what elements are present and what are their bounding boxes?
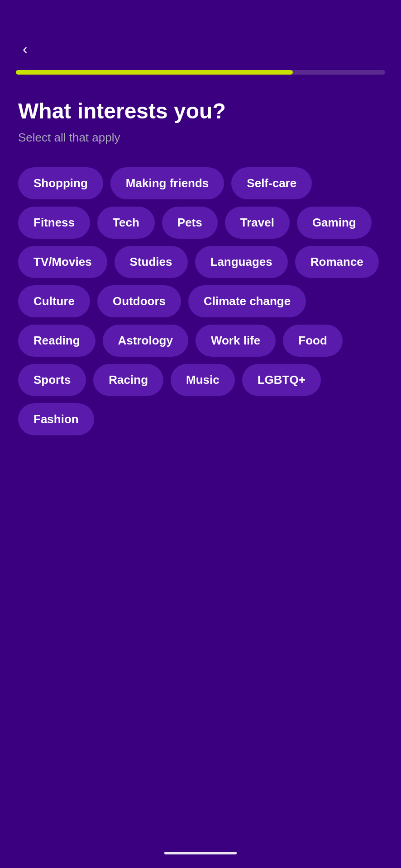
- tag-studies[interactable]: Studies: [115, 246, 188, 278]
- tag-reading[interactable]: Reading: [18, 325, 95, 357]
- tag-food[interactable]: Food: [283, 325, 343, 357]
- back-button[interactable]: ‹: [18, 36, 32, 62]
- tag-fitness[interactable]: Fitness: [18, 207, 90, 239]
- tag-fashion[interactable]: Fashion: [18, 403, 94, 435]
- tag-climate-change[interactable]: Climate change: [188, 285, 306, 317]
- tag-outdoors[interactable]: Outdoors: [97, 285, 181, 317]
- progress-bar-fill: [16, 70, 293, 75]
- tag-work-life[interactable]: Work life: [196, 325, 276, 357]
- tag-racing[interactable]: Racing: [93, 364, 163, 396]
- tags-container: ShoppingMaking friendsSelf-careFitnessTe…: [18, 167, 383, 435]
- tag-lgbtq[interactable]: LGBTQ+: [242, 364, 321, 396]
- tag-romance[interactable]: Romance: [295, 246, 379, 278]
- main-content: What interests you? Select all that appl…: [18, 99, 383, 435]
- tag-shopping[interactable]: Shopping: [18, 167, 103, 199]
- tag-gaming[interactable]: Gaming: [297, 207, 372, 239]
- page-subtitle: Select all that apply: [18, 131, 383, 145]
- tag-music[interactable]: Music: [171, 364, 235, 396]
- tag-self-care[interactable]: Self-care: [231, 167, 312, 199]
- home-indicator: [164, 852, 237, 854]
- tag-pets[interactable]: Pets: [162, 207, 218, 239]
- tag-astrology[interactable]: Astrology: [103, 325, 188, 357]
- tag-sports[interactable]: Sports: [18, 364, 86, 396]
- tag-languages[interactable]: Languages: [195, 246, 288, 278]
- progress-bar-container: [16, 70, 385, 75]
- tag-travel[interactable]: Travel: [225, 207, 290, 239]
- tag-making-friends[interactable]: Making friends: [110, 167, 224, 199]
- page-title: What interests you?: [18, 99, 383, 123]
- tag-tech[interactable]: Tech: [97, 207, 155, 239]
- tag-culture[interactable]: Culture: [18, 285, 90, 317]
- tag-tv-movies[interactable]: TV/Movies: [18, 246, 107, 278]
